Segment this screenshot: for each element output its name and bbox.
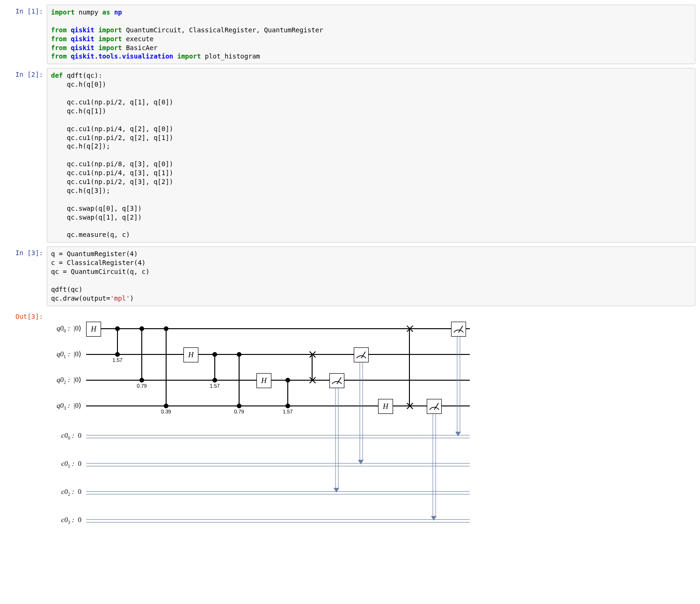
clbit-label: c03 : 0 bbox=[49, 516, 81, 525]
control-dot bbox=[212, 352, 217, 357]
output-area-3: q00 : |0⟩q01 : |0⟩q02 : |0⟩q03 : |0⟩c00 … bbox=[47, 310, 695, 549]
code-cell-1: In [1]: import numpy as np from qiskit i… bbox=[5, 5, 695, 64]
clbit-wire bbox=[86, 491, 470, 494]
h-gate: H bbox=[256, 373, 271, 388]
out-prompt-3: Out[3]: bbox=[5, 310, 47, 320]
gate-param-label: 1.57 bbox=[112, 357, 122, 363]
gate-param-label: 0.39 bbox=[161, 409, 171, 414]
measure-line bbox=[457, 336, 460, 433]
arrow-down-icon bbox=[358, 460, 364, 464]
swap-line bbox=[312, 354, 313, 380]
swap-x-icon bbox=[406, 325, 413, 332]
code-cell-3: In [3]: q = QuantumRegister(4) c = Class… bbox=[5, 246, 695, 306]
code-input-3[interactable]: q = QuantumRegister(4) c = ClassicalRegi… bbox=[47, 246, 695, 306]
control-line bbox=[239, 354, 240, 406]
control-dot bbox=[164, 326, 168, 331]
control-dot bbox=[139, 326, 144, 331]
control-line bbox=[287, 380, 288, 406]
gate-param-label: 1.57 bbox=[210, 383, 219, 389]
h-gate: H bbox=[183, 347, 198, 362]
clbit-label: c00 : 0 bbox=[49, 432, 81, 441]
h-gate: H bbox=[86, 322, 101, 337]
clbit-label: c02 : 0 bbox=[49, 488, 81, 497]
swap-x-icon bbox=[309, 351, 315, 358]
control-line bbox=[117, 329, 118, 354]
clbit-wire bbox=[86, 463, 470, 466]
control-line bbox=[166, 329, 167, 406]
control-dot bbox=[285, 378, 290, 383]
code-block-2: def qdft(qc): qc.h(q[0]) qc.cu1(np.pi/2,… bbox=[51, 71, 691, 239]
control-dot bbox=[212, 378, 217, 383]
clbit-wire bbox=[86, 435, 470, 438]
control-dot bbox=[115, 352, 120, 357]
code-input-1[interactable]: import numpy as np from qiskit import Qu… bbox=[47, 5, 695, 64]
code-cell-2: In [2]: def qdft(qc): qc.h(q[0]) qc.cu1(… bbox=[5, 68, 695, 243]
control-dot bbox=[115, 326, 120, 331]
arrow-down-icon bbox=[334, 488, 339, 493]
control-dot bbox=[237, 352, 241, 357]
qubit-label: q01 : |0⟩ bbox=[49, 350, 81, 359]
output-cell-3: Out[3]: q00 : |0⟩q01 : |0⟩q02 : |0⟩q03 :… bbox=[5, 310, 695, 549]
measure-line bbox=[335, 387, 339, 489]
gate-param-label: 1.57 bbox=[283, 409, 292, 414]
gate-param-label: 0.79 bbox=[234, 409, 244, 414]
code-input-2[interactable]: def qdft(qc): qc.h(q[0]) qc.cu1(np.pi/2,… bbox=[47, 68, 695, 243]
measure-gate bbox=[427, 399, 442, 414]
qubit-wire bbox=[86, 354, 470, 355]
in-prompt-1: In [1]: bbox=[5, 5, 47, 15]
measure-gate bbox=[329, 373, 344, 388]
qubit-label: q02 : |0⟩ bbox=[49, 376, 81, 385]
quantum-circuit-diagram: q00 : |0⟩q01 : |0⟩q02 : |0⟩q03 : |0⟩c00 … bbox=[49, 315, 470, 549]
swap-line bbox=[409, 329, 410, 406]
arrow-down-icon bbox=[431, 516, 437, 521]
measure-gate bbox=[354, 347, 369, 362]
control-dot bbox=[139, 378, 144, 383]
measure-line bbox=[433, 413, 436, 517]
qubit-label: q00 : |0⟩ bbox=[49, 324, 81, 333]
qubit-label: q03 : |0⟩ bbox=[49, 401, 81, 411]
in-prompt-3: In [3]: bbox=[5, 246, 47, 257]
control-line bbox=[141, 329, 142, 380]
swap-x-icon bbox=[406, 403, 413, 409]
code-block-1: import numpy as np from qiskit import Qu… bbox=[51, 8, 691, 61]
control-dot bbox=[237, 404, 241, 408]
h-gate: H bbox=[378, 399, 393, 414]
gate-param-label: 0.79 bbox=[137, 383, 146, 389]
measure-line bbox=[360, 361, 363, 461]
in-prompt-2: In [2]: bbox=[5, 68, 47, 78]
clbit-label: c01 : 0 bbox=[49, 460, 81, 469]
arrow-down-icon bbox=[455, 432, 461, 436]
control-dot bbox=[285, 404, 290, 408]
control-line bbox=[214, 354, 215, 380]
code-block-3: q = QuantumRegister(4) c = ClassicalRegi… bbox=[51, 250, 691, 302]
clbit-wire bbox=[86, 519, 470, 523]
swap-x-icon bbox=[309, 377, 315, 383]
control-dot bbox=[164, 404, 168, 408]
measure-gate bbox=[451, 322, 466, 337]
